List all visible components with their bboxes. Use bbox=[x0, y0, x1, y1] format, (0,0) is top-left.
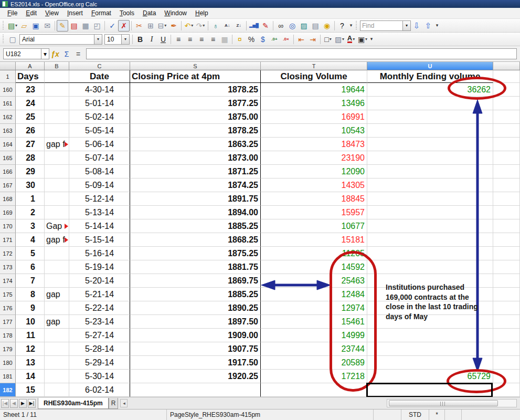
align-center-icon[interactable]: ≡ bbox=[184, 34, 196, 45]
cell-U173[interactable] bbox=[367, 260, 493, 274]
cell-U164[interactable] bbox=[367, 138, 493, 151]
paste-icon[interactable]: ⊟▾ bbox=[156, 20, 168, 32]
cell-B175[interactable]: gap bbox=[45, 288, 69, 301]
italic-icon[interactable]: I bbox=[146, 34, 157, 45]
cell-B173[interactable] bbox=[45, 260, 69, 274]
cell-A166[interactable]: 29 bbox=[16, 165, 45, 178]
row-header-169[interactable]: 169 bbox=[0, 206, 16, 219]
border-color-icon[interactable]: ▣▾ bbox=[357, 34, 368, 45]
undo-icon[interactable]: ↶▾ bbox=[183, 20, 195, 32]
cell-C164[interactable]: 5-06-14 bbox=[69, 138, 130, 151]
row-header-179[interactable]: 179 bbox=[0, 342, 16, 356]
cell-S170[interactable]: 1885.25 bbox=[130, 219, 261, 233]
row-header-162[interactable]: 162 bbox=[0, 110, 16, 124]
cell-S181[interactable]: 1920.25 bbox=[130, 370, 261, 383]
cell-C163[interactable]: 5-05-14 bbox=[69, 124, 130, 138]
find-previous-icon[interactable]: ⇧ bbox=[422, 20, 434, 32]
merge-cells-icon[interactable]: ▦ bbox=[219, 34, 230, 45]
menu-data[interactable]: Data bbox=[139, 8, 160, 18]
row-header-181[interactable]: 181 bbox=[0, 370, 16, 383]
data-sources-icon[interactable]: ▤ bbox=[310, 20, 321, 32]
first-sheet-icon[interactable]: |◀ bbox=[1, 399, 9, 408]
cell-B161[interactable] bbox=[45, 97, 69, 110]
open-icon[interactable]: ▱ bbox=[18, 20, 30, 32]
row-header-166[interactable]: 166 bbox=[0, 165, 16, 178]
cell-C175[interactable]: 5-21-14 bbox=[69, 288, 130, 301]
next-sheet-icon[interactable]: ▶ bbox=[19, 399, 27, 408]
red-oval-volume-range[interactable] bbox=[330, 251, 377, 392]
cell-A164[interactable]: 27 bbox=[16, 138, 45, 151]
cell-T160[interactable]: 19644 bbox=[261, 83, 367, 97]
cell-B179[interactable] bbox=[45, 342, 69, 356]
email-icon[interactable]: ✉ bbox=[41, 20, 53, 32]
cell-C160[interactable]: 4-30-14 bbox=[69, 83, 130, 97]
menu-edit[interactable]: Edit bbox=[22, 8, 41, 18]
row-header-163[interactable]: 163 bbox=[0, 124, 16, 138]
menu-tools[interactable]: Tools bbox=[115, 8, 139, 18]
cell-S173[interactable]: 1881.75 bbox=[130, 260, 261, 274]
increase-indent-icon[interactable]: ⇥ bbox=[307, 34, 319, 45]
percent-icon[interactable]: % bbox=[246, 34, 257, 45]
row-header-170[interactable]: 170 bbox=[0, 219, 16, 233]
cell-A171[interactable]: 4 bbox=[16, 233, 45, 247]
find-replace-icon[interactable]: ∞ bbox=[275, 20, 286, 32]
bold-icon[interactable]: B bbox=[134, 34, 146, 45]
cell-B170[interactable]: Gap bbox=[45, 219, 69, 233]
cell-S179[interactable]: 1907.75 bbox=[130, 342, 261, 356]
cell-A162[interactable]: 25 bbox=[16, 110, 45, 124]
cell-A182[interactable]: 15 bbox=[16, 383, 45, 397]
row-header-1[interactable]: 1 bbox=[0, 70, 16, 83]
cell-A175[interactable]: 8 bbox=[16, 288, 45, 301]
currency-icon[interactable]: ¤ bbox=[234, 34, 246, 45]
cell-C180[interactable]: 5-29-14 bbox=[69, 356, 130, 370]
cell-A163[interactable]: 26 bbox=[16, 124, 45, 138]
formula-input-line[interactable] bbox=[86, 48, 517, 59]
cell-T170[interactable]: 10677 bbox=[261, 219, 367, 233]
cell-T169[interactable]: 15957 bbox=[261, 206, 367, 219]
cell-S182[interactable] bbox=[130, 383, 261, 397]
cell-U166[interactable] bbox=[367, 165, 493, 178]
menu-insert[interactable]: Insert bbox=[63, 8, 87, 18]
last-sheet-icon[interactable]: ▶| bbox=[28, 399, 36, 408]
spellcheck-icon[interactable]: ✓ bbox=[107, 20, 118, 32]
cell-S176[interactable]: 1890.25 bbox=[130, 301, 261, 315]
navigator-icon[interactable]: ◎ bbox=[286, 20, 298, 32]
cell-C178[interactable]: 5-27-14 bbox=[69, 329, 130, 342]
cell-C171[interactable]: 5-15-14 bbox=[69, 233, 130, 247]
find-next-icon[interactable]: ⇩ bbox=[411, 20, 422, 32]
menu-window[interactable]: Window bbox=[160, 8, 191, 18]
cell-C1[interactable]: Date bbox=[69, 70, 130, 83]
cell-C170[interactable]: 5-14-14 bbox=[69, 219, 130, 233]
cell-A176[interactable]: 9 bbox=[16, 301, 45, 315]
cell-B171[interactable]: gap f bbox=[45, 233, 69, 247]
cell-B162[interactable] bbox=[45, 110, 69, 124]
cell-S178[interactable]: 1909.00 bbox=[130, 329, 261, 342]
cell-T165[interactable]: 23190 bbox=[261, 151, 367, 165]
redo-icon[interactable]: ↷▾ bbox=[195, 20, 206, 32]
row-header-182[interactable]: 182 bbox=[0, 383, 16, 397]
cell-U165[interactable] bbox=[367, 151, 493, 165]
tab-scroll-left-icon[interactable]: ◂ bbox=[120, 399, 128, 407]
row-header-161[interactable]: 161 bbox=[0, 97, 16, 110]
cell-S166[interactable]: 1871.25 bbox=[130, 165, 261, 178]
sheet-tab-partial[interactable]: R bbox=[109, 398, 119, 409]
row-header-160[interactable]: 160 bbox=[0, 83, 16, 97]
cell-B165[interactable] bbox=[45, 151, 69, 165]
cell-T166[interactable]: 12090 bbox=[261, 165, 367, 178]
chart-icon[interactable]: ▂▅█ bbox=[248, 20, 260, 32]
font-name-combo[interactable]: Arial▾ bbox=[19, 34, 102, 45]
cell-A167[interactable]: 30 bbox=[16, 178, 45, 192]
number-standard-icon[interactable]: $ bbox=[257, 34, 269, 45]
menu-help[interactable]: Help bbox=[191, 8, 213, 18]
previous-sheet-icon[interactable]: ◀ bbox=[10, 399, 18, 408]
cell-S161[interactable]: 1877.25 bbox=[130, 97, 261, 110]
cell-S175[interactable]: 1885.25 bbox=[130, 288, 261, 301]
cell-S163[interactable]: 1878.25 bbox=[130, 124, 261, 138]
row-header-176[interactable]: 176 bbox=[0, 301, 16, 315]
cell-A169[interactable]: 2 bbox=[16, 206, 45, 219]
cell-T162[interactable]: 16991 bbox=[261, 110, 367, 124]
cell-S177[interactable]: 1897.50 bbox=[130, 315, 261, 329]
cell-T1[interactable]: Closing Volume bbox=[261, 70, 367, 83]
cell-B181[interactable] bbox=[45, 370, 69, 383]
decrease-indent-icon[interactable]: ⇤ bbox=[295, 34, 307, 45]
